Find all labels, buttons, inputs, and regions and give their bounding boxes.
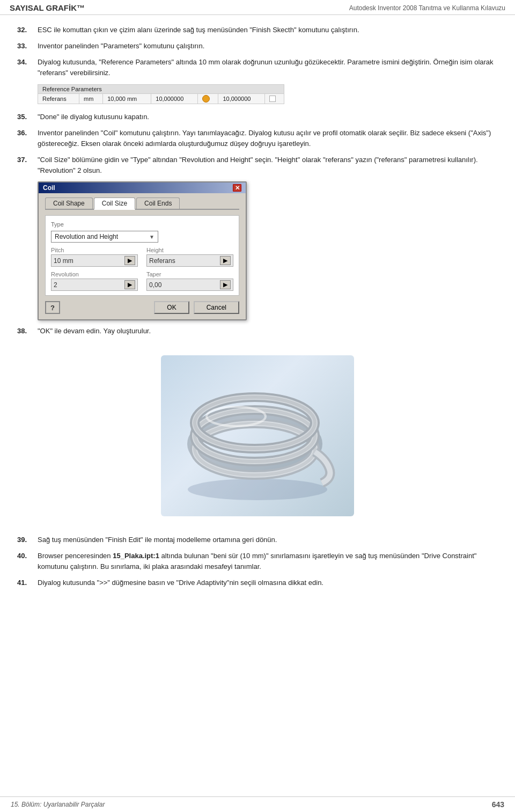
ok-button[interactable]: OK <box>154 301 189 314</box>
revolution-label: Revolution <box>51 271 138 277</box>
coil-type-section: Type Revolution and Height ▼ Pitch 10 mm <box>45 215 239 296</box>
para-num-32: 32. <box>17 25 38 35</box>
taper-label: Taper <box>146 271 233 277</box>
pitch-label: Pitch <box>51 247 138 253</box>
para-38: 38. "OK" ile devam edin. Yay oluşturulur… <box>17 326 498 336</box>
spring-image-section <box>17 347 498 525</box>
coil-dialog-wrapper: Coil ✕ Coil Shape Coil Size Coil Ends <box>38 181 498 320</box>
para-34: 34. Diyalog kutusunda, "Reference Parame… <box>17 57 498 78</box>
spring-image <box>161 355 354 516</box>
para-num-34: 34. <box>17 57 38 78</box>
spring-svg <box>172 366 343 506</box>
pitch-value: 10 mm <box>54 257 123 265</box>
para-num-39: 39. <box>17 535 38 545</box>
reference-params-block: Reference Parameters Referans mm 10,000 … <box>38 84 498 104</box>
revolution-value: 2 <box>54 281 123 289</box>
ref-col-checkbox <box>264 93 284 104</box>
brand-title: SAYISAL GRAFİK™ <box>10 3 85 12</box>
reference-params-table: Reference Parameters Referans mm 10,000 … <box>38 84 284 104</box>
type-dropdown-row: Revolution and Height ▼ <box>51 231 233 243</box>
coil-dialog-titlebar: Coil ✕ <box>39 182 246 193</box>
coil-footer-left: ? <box>45 301 60 314</box>
para-text-37: "Coil Size" bölümüne gidin ve "Type" alt… <box>38 155 498 176</box>
para-32: 32. ESC ile komuttan çıkın ve çizim alan… <box>17 25 498 35</box>
coil-dialog: Coil ✕ Coil Shape Coil Size Coil Ends <box>38 181 247 320</box>
page-header: SAYISAL GRAFİK™ Autodesk Inventor 2008 T… <box>0 0 515 15</box>
para-num-40: 40. <box>17 551 38 572</box>
revolution-field-row: 2 ▶ <box>51 279 138 291</box>
tab-coil-size[interactable]: Coil Size <box>94 197 135 210</box>
svg-point-0 <box>188 479 327 500</box>
cancel-button[interactable]: Cancel <box>194 301 239 314</box>
type-dropdown[interactable]: Revolution and Height ▼ <box>51 231 158 243</box>
coil-dialog-body: Coil Shape Coil Size Coil Ends Type Revo… <box>39 193 246 319</box>
taper-value: 0,00 <box>149 281 219 289</box>
para-text-38: "OK" ile devam edin. Yay oluşturulur. <box>38 326 498 336</box>
para-num-36: 36. <box>17 128 38 149</box>
para-35: 35. "Done" ile diyalog kutusunu kapatın. <box>17 112 498 122</box>
coil-tabs: Coil Shape Coil Size Coil Ends <box>45 197 239 210</box>
revolution-field-group: Revolution 2 ▶ <box>51 271 138 291</box>
para-text-40: Browser penceresinden 15_Plaka.ipt:1 alt… <box>38 551 498 572</box>
ref-col-val3: 10,000000 <box>218 93 264 104</box>
main-content: 32. ESC ile komuttan çıkın ve çizim alan… <box>0 15 515 637</box>
para-37: 37. "Coil Size" bölümüne gidin ve "Type"… <box>17 155 498 176</box>
para-text-36: Inventor panelinden "Coil" komutunu çalı… <box>38 128 498 149</box>
para-text-39: Sağ tuş menüsünden "Finish Edit" ile mon… <box>38 535 498 545</box>
height-field-row: Referans ▶ <box>146 254 233 267</box>
ref-col-val2: 10,000000 <box>151 93 197 104</box>
height-expand-button[interactable]: ▶ <box>220 256 231 265</box>
page-number: 643 <box>492 800 504 809</box>
book-title: Autodesk Inventor 2008 Tanıtma ve Kullan… <box>349 4 505 12</box>
revolution-taper-grid: Revolution 2 ▶ Taper 0,00 ▶ <box>51 271 233 291</box>
coil-footer-right: OK Cancel <box>154 301 239 314</box>
help-button[interactable]: ? <box>45 301 60 314</box>
para-36: 36. Inventor panelinden "Coil" komutunu … <box>17 128 498 149</box>
tab-coil-ends[interactable]: Coil Ends <box>136 197 180 209</box>
ref-col-val1: 10,000 mm <box>103 93 151 104</box>
height-field-group: Height Referans ▶ <box>146 247 233 267</box>
para-num-38: 38. <box>17 326 38 336</box>
ref-col-circle <box>197 93 218 104</box>
para-40: 40. Browser penceresinden 15_Plaka.ipt:1… <box>17 551 498 572</box>
para-33: 33. Inventor panelinden "Parameters" kom… <box>17 41 498 52</box>
height-label: Height <box>146 247 233 253</box>
coil-dialog-title: Coil <box>43 184 55 192</box>
pitch-field-group: Pitch 10 mm ▶ <box>51 247 138 267</box>
para-text-32: ESC ile komuttan çıkın ve çizim alanı üz… <box>38 25 498 35</box>
para-text-33: Inventor panelinden "Parameters" komutun… <box>38 41 498 52</box>
footer-chapter: 15. Bölüm: Uyarlanabilir Parçalar <box>11 801 105 808</box>
para-text-35: "Done" ile diyalog kutusunu kapatın. <box>38 112 498 122</box>
ref-table-title: Reference Parameters <box>38 84 284 93</box>
para-num-37: 37. <box>17 155 38 176</box>
pitch-expand-button[interactable]: ▶ <box>124 256 135 265</box>
type-dropdown-arrow-icon: ▼ <box>149 234 154 240</box>
para-num-41: 41. <box>17 577 38 588</box>
para-num-35: 35. <box>17 112 38 122</box>
para-num-33: 33. <box>17 41 38 52</box>
para-39: 39. Sağ tuş menüsünden "Finish Edit" ile… <box>17 535 498 545</box>
para-text-41: Diyalog kutusunda ">>" düğmesine basın v… <box>38 577 498 588</box>
pitch-height-grid: Pitch 10 mm ▶ Height Referans ▶ <box>51 247 233 267</box>
taper-field-group: Taper 0,00 ▶ <box>146 271 233 291</box>
type-label: Type <box>51 221 233 228</box>
taper-field-row: 0,00 ▶ <box>146 279 233 291</box>
page-footer: 15. Bölüm: Uyarlanabilir Parçalar 643 <box>0 796 515 812</box>
revolution-expand-button[interactable]: ▶ <box>124 280 135 289</box>
taper-expand-button[interactable]: ▶ <box>220 280 231 289</box>
pitch-field-row: 10 mm ▶ <box>51 254 138 267</box>
ref-col-name: Referans <box>38 93 79 104</box>
para-41: 41. Diyalog kutusunda ">>" düğmesine bas… <box>17 577 498 588</box>
tab-coil-shape[interactable]: Coil Shape <box>45 197 93 209</box>
ref-col-unit: mm <box>79 93 103 104</box>
para-text-34: Diyalog kutusunda, "Reference Parameters… <box>38 57 498 78</box>
coil-dialog-footer: ? OK Cancel <box>45 301 239 314</box>
height-value: Referans <box>149 257 219 265</box>
coil-close-button[interactable]: ✕ <box>233 184 241 192</box>
type-dropdown-value: Revolution and Height <box>55 233 118 240</box>
